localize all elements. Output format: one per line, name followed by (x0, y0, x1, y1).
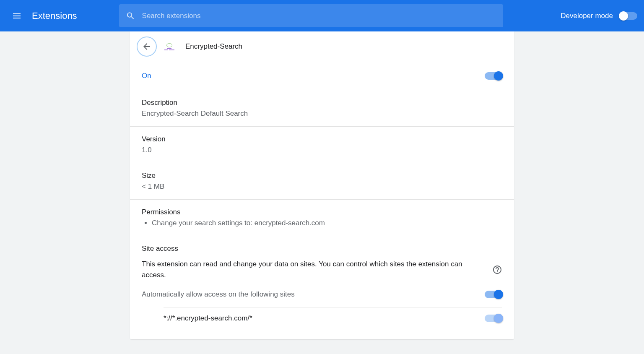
site-access-help-button[interactable] (492, 265, 502, 275)
app-title: Extensions (32, 10, 77, 21)
developer-mode-toggle[interactable] (620, 12, 637, 20)
size-value: < 1 MB (142, 182, 502, 191)
description-label: Description (142, 99, 502, 107)
extension-icon (164, 41, 175, 52)
description-value: Encrypted-Search Default Search (142, 109, 502, 118)
site-access-label: Site access (142, 245, 502, 253)
version-label: Version (142, 135, 502, 143)
back-button[interactable] (137, 36, 157, 57)
version-value: 1.0 (142, 146, 502, 154)
site-toggle[interactable] (485, 315, 502, 322)
site-row: *://*.encrypted-search.com/* (164, 307, 502, 323)
search-icon (126, 11, 135, 21)
developer-mode-label: Developer mode (561, 12, 613, 20)
site-access-description: This extension can read and change your … (142, 259, 475, 281)
enable-section: On (130, 62, 514, 90)
auto-allow-label: Automatically allow access on the follow… (142, 290, 295, 299)
permissions-section: Permissions Change your search settings … (130, 200, 514, 236)
extension-detail-card: Encrypted-Search On Description Encrypte… (130, 31, 514, 339)
arrow-left-icon (142, 42, 152, 52)
permissions-list: Change your search settings to: encrypte… (152, 219, 502, 227)
extension-name: Encrypted-Search (185, 42, 242, 51)
site-list: *://*.encrypted-search.com/* (164, 307, 502, 323)
search-container[interactable] (119, 4, 503, 27)
permissions-label: Permissions (142, 208, 502, 216)
auto-allow-row: Automatically allow access on the follow… (142, 290, 502, 299)
toggle-thumb (619, 11, 628, 21)
extension-enable-toggle[interactable] (485, 72, 502, 80)
card-header: Encrypted-Search (130, 31, 514, 62)
toggle-thumb (494, 290, 503, 299)
app-header: Extensions Developer mode (0, 0, 644, 31)
size-section: Size < 1 MB (130, 163, 514, 200)
toggle-thumb (494, 314, 503, 323)
search-input[interactable] (142, 12, 496, 20)
site-url: *://*.encrypted-search.com/* (164, 314, 252, 323)
hamburger-menu-icon (12, 11, 22, 21)
description-section: Description Encrypted-Search Default Sea… (130, 90, 514, 127)
site-access-section: Site access This extension can read and … (130, 236, 514, 331)
on-label: On (142, 72, 151, 80)
content-area[interactable]: Encrypted-Search On Description Encrypte… (0, 31, 644, 354)
version-section: Version 1.0 (130, 127, 514, 163)
auto-allow-toggle[interactable] (485, 291, 502, 298)
site-access-description-row: This extension can read and change your … (142, 259, 502, 281)
size-label: Size (142, 172, 502, 180)
toggle-thumb (494, 71, 503, 81)
help-icon (492, 265, 502, 275)
menu-button[interactable] (7, 6, 27, 26)
permission-item: Change your search settings to: encrypte… (152, 219, 502, 227)
developer-mode-container: Developer mode (561, 12, 637, 20)
